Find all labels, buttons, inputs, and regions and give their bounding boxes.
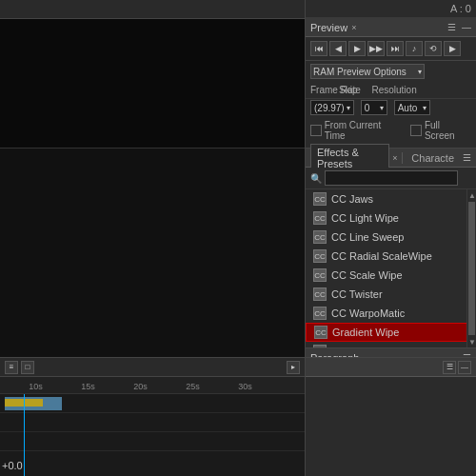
prev-frame-btn[interactable]: ◀ bbox=[329, 41, 347, 56]
effect-name-cc-line-sweep: CC Line Sweep bbox=[331, 231, 404, 243]
viewer-header bbox=[0, 0, 305, 19]
timeline-header: ≡ □ ▸ bbox=[0, 358, 305, 377]
time-indicator: +0.0 bbox=[2, 460, 23, 471]
timeline-playhead[interactable] bbox=[24, 394, 25, 476]
effects-scrollbar[interactable]: ▲ ▼ bbox=[466, 189, 476, 347]
timeline-icon-3[interactable]: ▸ bbox=[287, 361, 300, 374]
effect-item-cc-jaws[interactable]: CC CC Jaws bbox=[306, 189, 476, 208]
ruler-mark-20s: 20s bbox=[114, 382, 167, 391]
a-label: A : 0 bbox=[306, 0, 476, 18]
timeline-ruler: 10s 15s 20s 25s 30s bbox=[0, 377, 305, 394]
right-middle-panel: Effects & Presets × Characte ☰ 🔍 CC bbox=[305, 148, 476, 357]
ruler-label-30s: 30s bbox=[238, 382, 252, 391]
effect-item-gradient-wipe[interactable]: CC Gradient Wipe bbox=[306, 323, 476, 342]
preview-close[interactable]: × bbox=[351, 23, 356, 32]
transport-controls: ⏮ ◀ ▶ ▶▶ ⏭ ♪ ⟲ ▶ bbox=[306, 37, 476, 61]
timeline-right-icons: ▸ bbox=[287, 361, 300, 374]
timeline-right-icon[interactable]: ☰ bbox=[443, 361, 456, 374]
character-tab[interactable]: Characte bbox=[406, 150, 460, 166]
search-icon: 🔍 bbox=[310, 173, 322, 184]
effect-item-iris-wipe[interactable]: CC Iris Wipe bbox=[306, 342, 476, 347]
framerate-values-row: (29.97) ▾ 0 ▾ Auto ▾ bbox=[306, 99, 476, 118]
framerate-row: Frame Rate Skip Resolution bbox=[306, 82, 476, 99]
resolution-label: Resolution bbox=[371, 85, 416, 95]
loop-btn[interactable]: ⟲ bbox=[425, 41, 442, 56]
effects-close[interactable]: × bbox=[392, 153, 397, 163]
track-row-1 bbox=[0, 394, 305, 413]
effect-name-cc-scale: CC Scale Wipe bbox=[331, 269, 403, 281]
timeline-icons: ≡ □ bbox=[5, 361, 34, 374]
ruler-mark-30s: 30s bbox=[219, 382, 271, 391]
timeline-panel: ≡ □ ▸ 10s 15s 20s 25s bbox=[0, 358, 305, 476]
tab-divider bbox=[402, 152, 403, 164]
effect-name-iris-wipe: Iris Wipe bbox=[331, 346, 372, 347]
effect-icon-iris-wipe: CC bbox=[313, 345, 327, 347]
resolution-value[interactable]: Auto ▾ bbox=[394, 100, 430, 115]
effect-name-cc-warpo: CC WarpoMatic bbox=[331, 307, 405, 319]
effect-item-cc-light-wipe[interactable]: CC CC Light Wipe bbox=[306, 208, 476, 228]
play-btn[interactable]: ▶ bbox=[348, 41, 366, 56]
track-row-2 bbox=[0, 413, 305, 432]
effect-icon-cc-twister: CC bbox=[313, 288, 327, 301]
effect-icon-gradient-wipe: CC bbox=[314, 326, 327, 339]
preview-title: Preview bbox=[310, 22, 347, 33]
skip-fwd-btn[interactable]: ⏭ bbox=[387, 41, 404, 56]
effect-icon-cc-warpo: CC bbox=[313, 307, 327, 320]
effects-list: CC CC Jaws CC CC Light Wipe CC CC Line S… bbox=[306, 189, 476, 347]
skip-label: Skip bbox=[339, 85, 357, 95]
preview-panel-header: Preview × ☰ — bbox=[306, 18, 476, 37]
effect-item-cc-warpo[interactable]: CC CC WarpoMatic bbox=[306, 304, 476, 323]
effect-name-cc-jaws: CC Jaws bbox=[331, 193, 373, 205]
timeline-box-icon[interactable]: □ bbox=[21, 361, 34, 374]
audio-btn[interactable]: ♪ bbox=[406, 41, 423, 56]
scroll-up-arrow[interactable]: ▲ bbox=[467, 189, 476, 201]
effect-item-cc-twister[interactable]: CC CC Twister bbox=[306, 285, 476, 304]
effects-search-input[interactable] bbox=[325, 170, 458, 186]
effect-name-cc-radial: CC Radial ScaleWipe bbox=[331, 250, 432, 262]
skip-back-btn[interactable]: ⏮ bbox=[310, 41, 327, 56]
timeline-right-header: ☰ — bbox=[306, 358, 476, 377]
ruler-mark-25s: 25s bbox=[167, 382, 219, 391]
timeline-right-icon2[interactable]: — bbox=[458, 361, 471, 374]
effect-name-cc-light-wipe: CC Light Wipe bbox=[331, 212, 399, 224]
full-screen-label: Full Screen bbox=[425, 120, 471, 141]
ruler-mark-10s: 10s bbox=[10, 382, 62, 391]
effect-item-cc-radial[interactable]: CC CC Radial ScaleWipe bbox=[306, 247, 476, 266]
preview-menu[interactable]: ☰ bbox=[447, 22, 456, 32]
effects-search-row: 🔍 bbox=[306, 168, 476, 189]
time-value: +0.0 bbox=[2, 460, 23, 471]
canvas-area bbox=[0, 19, 305, 148]
effect-name-cc-twister: CC Twister bbox=[331, 288, 383, 300]
ruler-label-15s: 15s bbox=[81, 382, 95, 391]
from-current-label: From Current Time bbox=[325, 120, 402, 141]
ruler-mark-15s: 15s bbox=[62, 382, 114, 391]
ram-play-btn[interactable]: ▶ bbox=[444, 41, 461, 56]
track-row-3 bbox=[0, 432, 305, 451]
effect-icon-cc-line-sweep: CC bbox=[313, 230, 327, 244]
effect-icon-cc-radial: CC bbox=[313, 249, 327, 263]
scroll-down-arrow[interactable]: ▼ bbox=[467, 336, 476, 347]
effects-menu[interactable]: ☰ bbox=[463, 152, 471, 163]
from-current-checkbox[interactable] bbox=[310, 125, 322, 136]
timeline-right-panel: ☰ — bbox=[305, 358, 476, 476]
framerate-value[interactable]: (29.97) ▾ bbox=[310, 100, 354, 115]
left-middle-panel bbox=[0, 148, 305, 357]
timeline-tracks: +0.0 bbox=[0, 394, 305, 476]
timeline-right-content bbox=[306, 377, 476, 476]
effects-header: Effects & Presets × Characte ☰ bbox=[306, 149, 476, 168]
full-screen-checkbox[interactable] bbox=[410, 125, 422, 136]
ram-preview-options: RAM Preview Options ▾ bbox=[306, 61, 476, 82]
effect-icon-cc-scale: CC bbox=[313, 268, 327, 282]
next-frame-btn[interactable]: ▶▶ bbox=[367, 41, 385, 56]
effect-item-cc-line-sweep[interactable]: CC CC Line Sweep bbox=[306, 228, 476, 247]
scroll-thumb bbox=[468, 202, 475, 335]
timeline-menu-icon[interactable]: ≡ bbox=[5, 361, 18, 374]
ruler-label-10s: 10s bbox=[29, 382, 43, 391]
ram-options-dropdown[interactable]: RAM Preview Options ▾ bbox=[310, 64, 425, 79]
ruler-label-25s: 25s bbox=[186, 382, 200, 391]
effect-item-cc-scale[interactable]: CC CC Scale Wipe bbox=[306, 266, 476, 285]
effect-icon-cc-light-wipe: CC bbox=[313, 211, 327, 225]
preview-pin[interactable]: — bbox=[462, 22, 471, 32]
checkbox-row: From Current Time Full Screen bbox=[306, 118, 476, 143]
skip-value[interactable]: 0 ▾ bbox=[361, 100, 387, 115]
